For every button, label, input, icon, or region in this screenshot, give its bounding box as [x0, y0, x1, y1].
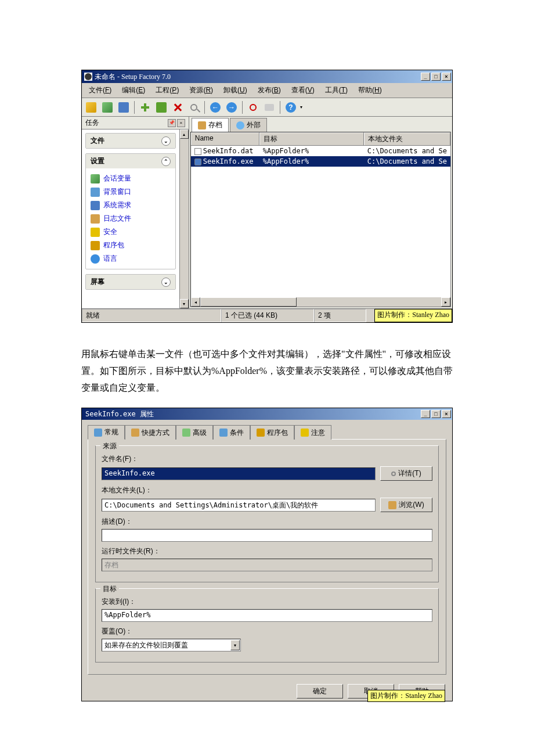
- dialog-tab-2[interactable]: 高级: [176, 425, 213, 440]
- sidebar-header: 任务 📌 ×: [82, 117, 189, 129]
- file-icon: [194, 159, 201, 165]
- column-header-target[interactable]: 目标: [259, 132, 364, 145]
- search-button[interactable]: [187, 100, 201, 114]
- main-tabs: 存档外部: [189, 117, 452, 132]
- delete-button[interactable]: [171, 100, 185, 114]
- add-list-button[interactable]: [154, 100, 168, 114]
- search-icon: [391, 471, 396, 476]
- tab-0[interactable]: 存档: [192, 118, 229, 132]
- sidebar-close-button[interactable]: ×: [177, 119, 185, 127]
- install-input[interactable]: %AppFolder%: [102, 609, 432, 622]
- status-selection: 1 个已选 (44 KB): [221, 309, 314, 322]
- tab-icon: [182, 429, 190, 437]
- dialog-maximize-button[interactable]: □: [431, 410, 441, 418]
- help-button[interactable]: ?: [284, 100, 298, 114]
- import-button[interactable]: [100, 100, 114, 114]
- menu-u[interactable]: 卸载(U): [219, 84, 252, 96]
- x-icon: [172, 102, 183, 113]
- back-icon: [210, 102, 221, 113]
- sidebar-block-header[interactable]: 设置⌃: [86, 154, 175, 168]
- file-list: Name 目标 本地文件夹 SeekInfo.dat%AppFolder%C:\…: [190, 132, 451, 307]
- dialog-tab-5[interactable]: 注意: [294, 425, 331, 440]
- scroll-left-button[interactable]: ◂: [191, 297, 200, 307]
- tab-1[interactable]: 外部: [230, 118, 267, 132]
- sidebar-item[interactable]: 系统需求: [91, 199, 171, 212]
- scroll-up-button[interactable]: ▴: [180, 129, 189, 139]
- column-header-name[interactable]: Name: [191, 132, 259, 145]
- folder-icon: [388, 501, 396, 509]
- forward-icon: [226, 102, 237, 113]
- app-icon: [84, 73, 92, 81]
- statusbar: 就绪 1 个已选 (44 KB) 2 项 图片制作：Stanley Zhao: [82, 308, 452, 322]
- main-panel: 存档外部 Name 目标 本地文件夹 SeekInfo.dat%AppFolde…: [189, 117, 452, 308]
- titlebar[interactable]: 未命名 - Setup Factory 7.0 _ □ ×: [82, 70, 452, 83]
- file-row[interactable]: SeekInfo.dat%AppFolder%C:\Documents and …: [191, 146, 450, 156]
- plus-icon: [140, 102, 150, 113]
- overwrite-select[interactable]: 如果存在的文件较旧则覆盖 ▾: [102, 639, 241, 651]
- folder-icon: [86, 102, 96, 113]
- sidebar-item[interactable]: 语言: [91, 252, 171, 265]
- back-button[interactable]: [208, 100, 222, 114]
- sidebar-item[interactable]: 会话变量: [91, 172, 171, 185]
- tab-icon: [257, 429, 265, 437]
- list-header: Name 目标 本地文件夹: [191, 132, 450, 146]
- save-button[interactable]: [117, 100, 131, 114]
- tab-icon: [236, 121, 244, 129]
- menu-t[interactable]: 工具(T): [320, 84, 352, 96]
- pin-button[interactable]: 📌: [168, 119, 176, 127]
- menu-p[interactable]: 工程(P): [151, 84, 183, 96]
- toolbar-overflow-icon[interactable]: ▾: [300, 105, 302, 110]
- main-window: 未命名 - Setup Factory 7.0 _ □ × 文件(F)编辑(E)…: [81, 70, 453, 323]
- scroll-right-button[interactable]: ▸: [441, 297, 450, 307]
- dialog-minimize-button[interactable]: _: [421, 410, 430, 418]
- scroll-thumb[interactable]: [200, 297, 297, 307]
- sidebar-item[interactable]: 安全: [91, 225, 171, 239]
- chevron-down-icon[interactable]: ▾: [230, 640, 240, 650]
- search-icon: [190, 104, 197, 111]
- dialog-tab-0[interactable]: 常规: [88, 425, 125, 440]
- dialog-close-button[interactable]: ×: [442, 410, 451, 418]
- details-button[interactable]: 详情(T): [380, 466, 432, 481]
- maximize-button[interactable]: □: [431, 73, 441, 81]
- menu-e[interactable]: 编辑(E): [117, 84, 150, 96]
- horizontal-scrollbar[interactable]: ◂ ▸: [191, 297, 450, 307]
- sidebar-block-header[interactable]: 屏幕⌄: [86, 275, 175, 289]
- menu-v[interactable]: 查看(V): [287, 84, 319, 96]
- preview-button[interactable]: [246, 100, 260, 114]
- scroll-down-button[interactable]: ▾: [180, 299, 189, 308]
- sidebar-item[interactable]: 背景窗口: [91, 185, 171, 199]
- menu-h[interactable]: 帮助(H): [353, 84, 387, 96]
- tab-icon: [301, 429, 309, 437]
- dialog-tab-3[interactable]: 条件: [213, 425, 250, 440]
- sidebar-item[interactable]: 日志文件: [91, 212, 171, 225]
- list-body[interactable]: SeekInfo.dat%AppFolder%C:\Documents and …: [191, 146, 450, 297]
- item-icon: [91, 228, 100, 237]
- dialog-tab-4[interactable]: 程序包: [250, 425, 294, 440]
- browse-button[interactable]: 浏览(W): [380, 498, 432, 512]
- sidebar-block-header[interactable]: 文件⌄: [86, 134, 175, 148]
- column-header-local[interactable]: 本地文件夹: [364, 132, 450, 145]
- close-button[interactable]: ×: [442, 73, 451, 81]
- filename-input[interactable]: SeekInfo.exe: [102, 467, 376, 480]
- menu-b[interactable]: 发布(B): [253, 84, 286, 96]
- minimize-button[interactable]: _: [421, 73, 430, 81]
- sidebar-panel: 文件⌄设置⌃会话变量背景窗口系统需求日志文件安全程序包语言屏幕⌄: [82, 129, 179, 308]
- forward-button[interactable]: [225, 100, 239, 114]
- build-button[interactable]: [262, 100, 276, 114]
- target-fieldset: 安装到(I)： %AppFolder% 覆盖(O)： 如果存在的文件较旧则覆盖 …: [95, 588, 439, 663]
- open-button[interactable]: [84, 100, 98, 114]
- status-ready: 就绪: [82, 309, 221, 322]
- file-row[interactable]: SeekInfo.exe%AppFolder%C:\Documents and …: [191, 156, 450, 167]
- sidebar-item[interactable]: 程序包: [91, 239, 171, 252]
- localfolder-input[interactable]: C:\Documents and Settings\Administrator\…: [102, 499, 376, 512]
- menu-f[interactable]: 文件(F): [84, 84, 116, 96]
- dialog-titlebar[interactable]: SeekInfo.exe 属性 _ □ ×: [82, 408, 452, 420]
- source-fieldset: 文件名(F)： SeekInfo.exe 详情(T) 本地文件夹(L)： C:\…: [95, 445, 439, 582]
- sidebar-scrollbar[interactable]: ▴ ▾: [179, 129, 189, 308]
- dialog-tab-1[interactable]: 快捷方式: [125, 425, 176, 440]
- menu-r[interactable]: 资源(R): [185, 84, 218, 96]
- description-input[interactable]: [102, 529, 432, 542]
- dialog-title: SeekInfo.exe 属性: [85, 409, 421, 419]
- ok-button[interactable]: 确定: [297, 684, 343, 699]
- add-button[interactable]: [138, 100, 152, 114]
